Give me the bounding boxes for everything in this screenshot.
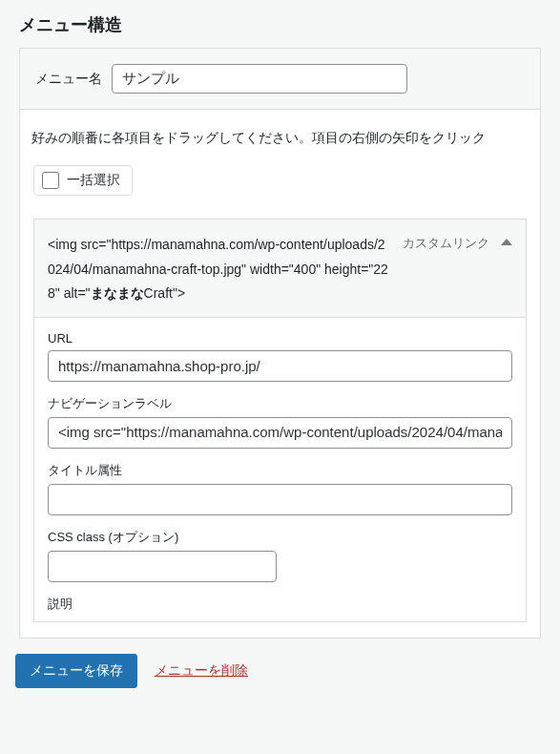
description-label: 説明 [48,596,512,613]
menu-item-body: URL ナビゲーションラベル タイトル属性 CSS class (オプション) [34,318,526,621]
field-description: 説明 [48,596,512,613]
menu-item-title: <img src="https://manamahna.com/wp-conte… [48,233,391,305]
url-input[interactable] [48,350,512,382]
menu-item-header[interactable]: <img src="https://manamahna.com/wp-conte… [34,220,526,318]
menu-name-label: メニュー名 [35,71,102,88]
url-label: URL [48,331,512,346]
menu-name-row: メニュー名 [20,49,540,110]
field-nav-label: ナビゲーションラベル [48,395,512,449]
menu-item-type: カスタムリンク [403,233,489,252]
menu-item-title-bold: まなまな [91,285,144,301]
bulk-select-checkbox[interactable] [42,172,59,189]
instructions-text: 好みの順番に各項目をドラッグしてください。項目の右側の矢印をクリック [31,127,527,148]
css-class-input[interactable] [48,551,277,582]
menu-item-title-suffix: Craft"> [144,285,185,301]
menu-panel: メニュー名 好みの順番に各項目をドラッグしてください。項目の右側の矢印をクリック… [19,48,541,639]
bulk-select-toggle[interactable]: 一括選択 [33,165,133,196]
delete-menu-link[interactable]: メニューを削除 [155,662,248,680]
css-class-label: CSS class (オプション) [48,529,512,546]
bulk-select-label: 一括選択 [67,172,120,189]
title-attr-label: タイトル属性 [48,462,512,479]
caret-up-icon [501,239,512,245]
footer-actions: メニューを保存 メニューを削除 [0,650,560,702]
title-attr-input[interactable] [48,484,512,515]
save-menu-button[interactable]: メニューを保存 [15,654,137,688]
panel-body: 好みの順番に各項目をドラッグしてください。項目の右側の矢印をクリック 一括選択 … [20,110,540,638]
menu-item: <img src="https://manamahna.com/wp-conte… [33,219,527,622]
page-title: メニュー構造 [0,0,560,48]
nav-label-input[interactable] [48,417,512,449]
field-title-attr: タイトル属性 [48,462,512,515]
field-url: URL [48,331,512,382]
menu-name-input[interactable] [112,64,407,94]
field-css-class: CSS class (オプション) [48,529,512,582]
nav-label-label: ナビゲーションラベル [48,395,512,412]
